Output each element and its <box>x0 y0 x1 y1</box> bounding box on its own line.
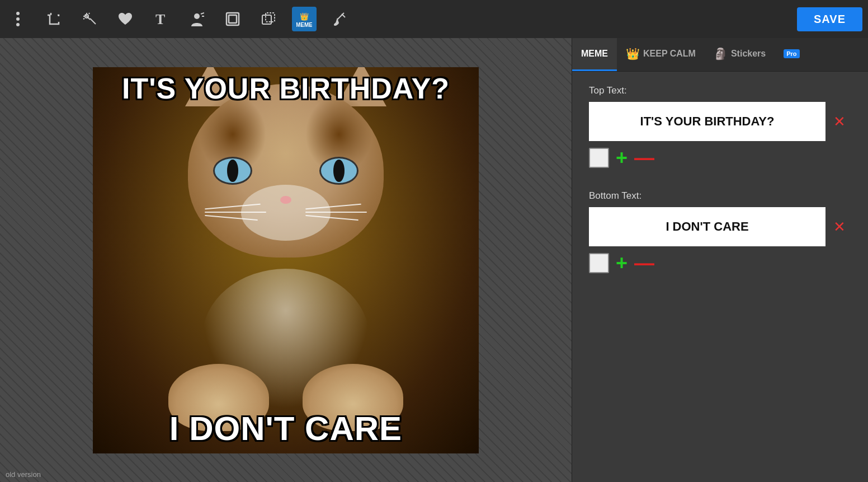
svg-text:👑: 👑 <box>300 12 309 21</box>
svg-line-3 <box>90 18 96 24</box>
svg-text:T: T <box>155 12 165 26</box>
panel-content: Top Text: ✕ + — Bottom Text: ✕ + <box>572 72 868 482</box>
tab-meme[interactable]: MEME <box>572 38 617 71</box>
crop-tool[interactable] <box>41 7 66 31</box>
tab-row: MEME 👑 KEEP CALM 🗿 Stickers Pro <box>572 38 868 72</box>
top-text-input[interactable] <box>589 102 825 141</box>
svg-rect-17 <box>266 13 275 22</box>
meme-tab-label: MEME <box>581 49 608 59</box>
svg-rect-15 <box>229 15 237 23</box>
canvas-area: IT'S YOUR BIRTHDAY? I DON'T CARE old ver… <box>0 38 572 482</box>
top-font-size-increase[interactable]: + <box>616 148 628 168</box>
svg-point-11 <box>194 13 200 19</box>
silhouette-tool[interactable] <box>185 7 209 31</box>
top-font-size-decrease[interactable]: — <box>634 148 654 168</box>
svg-line-7 <box>83 18 84 19</box>
top-text-row: ✕ <box>589 102 851 141</box>
stickers-icon: 🗿 <box>714 47 728 60</box>
main-area: IT'S YOUR BIRTHDAY? I DON'T CARE old ver… <box>0 38 868 482</box>
old-version-label: old version <box>6 470 41 479</box>
text-tool[interactable]: T <box>149 7 173 31</box>
stickers-tab-label: Stickers <box>731 49 766 59</box>
tab-keep-calm[interactable]: 👑 KEEP CALM <box>617 38 705 71</box>
bottom-font-color-swatch[interactable] <box>589 253 609 273</box>
frame-tool[interactable] <box>220 7 245 31</box>
bottom-text-row: ✕ <box>589 207 851 246</box>
tab-stickers[interactable]: 🗿 Stickers <box>705 38 775 71</box>
top-text-clear-button[interactable]: ✕ <box>828 102 851 141</box>
more-options-button[interactable] <box>6 7 30 31</box>
top-font-color-swatch[interactable] <box>589 148 609 168</box>
bottom-text-clear-button[interactable]: ✕ <box>828 207 851 246</box>
keep-calm-icon: 👑 <box>626 47 640 60</box>
magic-wand-tool[interactable] <box>77 7 102 31</box>
svg-line-12 <box>201 13 204 14</box>
meme-top-text: IT'S YOUR BIRTHDAY? <box>93 73 479 105</box>
heart-tool[interactable] <box>113 7 138 31</box>
pro-badge: Pro <box>784 49 799 58</box>
toolbar: T MEME 👑 <box>0 0 868 38</box>
meme-preview: IT'S YOUR BIRTHDAY? I DON'T CARE <box>93 67 479 453</box>
bottom-text-input[interactable] <box>589 207 825 246</box>
bottom-section: Bottom Text: ✕ + — <box>589 190 851 290</box>
svg-point-0 <box>16 12 20 15</box>
svg-point-1 <box>16 17 20 21</box>
save-button[interactable]: SAVE <box>797 7 862 31</box>
bottom-font-size-decrease[interactable]: — <box>634 253 654 273</box>
paintbrush-tool[interactable] <box>328 7 352 31</box>
cat-left-eye <box>213 157 252 185</box>
svg-rect-16 <box>262 15 271 24</box>
bottom-font-size-increase[interactable]: + <box>616 253 628 273</box>
right-panel: MEME 👑 KEEP CALM 🗿 Stickers Pro Top Text… <box>572 38 868 482</box>
meme-bottom-text: I DON'T CARE <box>93 409 479 448</box>
cat-right-eye <box>319 157 358 185</box>
tab-pro[interactable]: Pro <box>775 38 808 71</box>
svg-line-6 <box>89 13 89 14</box>
overlay-tool[interactable] <box>256 7 281 31</box>
svg-line-21 <box>337 13 344 20</box>
svg-text:MEME: MEME <box>296 22 312 27</box>
top-font-controls: + — <box>589 148 851 168</box>
bottom-text-label: Bottom Text: <box>589 190 851 202</box>
bottom-font-controls: + — <box>589 253 851 273</box>
meme-tool[interactable]: MEME 👑 <box>292 7 317 31</box>
keep-calm-tab-label: KEEP CALM <box>643 49 696 59</box>
top-text-label: Top Text: <box>589 85 851 96</box>
svg-point-2 <box>16 23 20 26</box>
